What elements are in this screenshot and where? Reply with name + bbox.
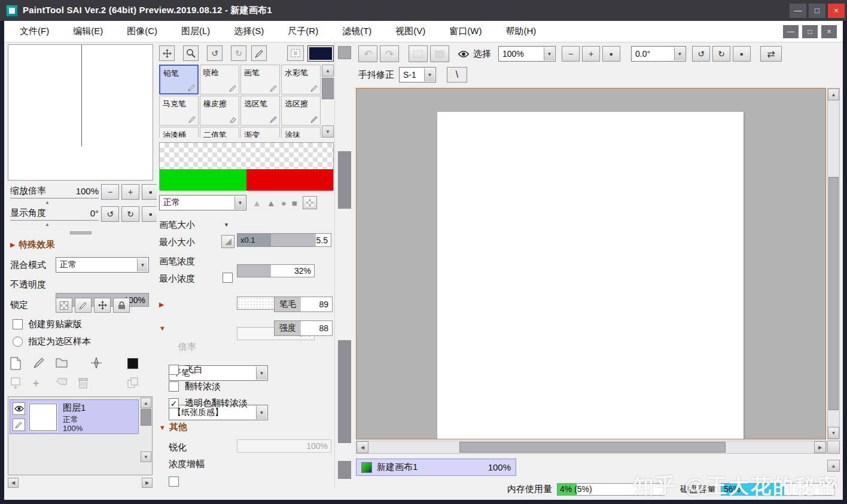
brush-edge-combo[interactable]: 正常 ▼ <box>159 195 246 210</box>
duplicate-layer-button[interactable] <box>127 377 138 390</box>
canvas-vscrollbar[interactable]: ▲ ▼ <box>827 88 840 439</box>
min-size-pressure-button[interactable] <box>221 235 234 248</box>
color-mixer[interactable] <box>159 142 334 190</box>
min-density-checkbox[interactable] <box>223 273 233 283</box>
transfer-down-button[interactable] <box>10 377 21 392</box>
canvas-tab[interactable]: 新建画布1 100% <box>356 459 516 476</box>
angle-slider-marker[interactable]: ▲ <box>45 222 50 227</box>
mixer-green-swatch[interactable] <box>160 169 246 191</box>
chevron-down-icon[interactable]: ▼ <box>674 47 685 60</box>
close-button[interactable]: × <box>828 4 845 18</box>
layer-scroll-down[interactable]: ▼ <box>141 451 151 462</box>
chevron-down-icon[interactable]: ▼ <box>256 406 267 419</box>
new-linework-layer-button[interactable] <box>33 357 45 371</box>
layer-thumbnail[interactable] <box>29 404 57 431</box>
menu-layer[interactable]: 图层(L) <box>173 22 218 41</box>
rotate-cw-button[interactable]: ↻ <box>121 206 139 222</box>
layer-scroll-thumb[interactable] <box>141 409 151 426</box>
view-zoom-in-button[interactable]: + <box>582 46 600 62</box>
mixer-transparent-area[interactable] <box>160 143 333 169</box>
selection-source-radio[interactable] <box>13 337 23 347</box>
tool-scroll-thumb[interactable] <box>322 78 334 99</box>
view-rotate-cw-button[interactable]: ↻ <box>712 46 730 62</box>
tool-binary-pen[interactable]: 二值笔 <box>200 127 239 138</box>
chevron-down-icon[interactable]: ▼ <box>256 366 267 380</box>
layer-hscroll-right[interactable]: ▶ <box>142 478 153 488</box>
lock-transparency-button[interactable] <box>56 298 72 313</box>
vscroll-up-button[interactable]: ▲ <box>828 88 839 100</box>
flip-shade-transparent-checkbox[interactable]: ✓ <box>169 398 179 408</box>
layer-hscroll-left[interactable]: ◀ <box>8 478 19 488</box>
undo-button[interactable]: ↶ <box>358 45 377 62</box>
layer-visibility-toggle[interactable] <box>13 402 25 415</box>
invert-selection-button[interactable] <box>430 45 449 62</box>
rotate-ccw-button[interactable]: ↺ <box>101 206 119 222</box>
shape-texture-button[interactable] <box>303 196 317 209</box>
pen-tool-button[interactable] <box>251 45 267 61</box>
flip-shade-option-row[interactable]: 翻转浓淡 <box>169 381 221 392</box>
redo-button[interactable]: ↷ <box>380 45 399 62</box>
menu-window[interactable]: 窗口(W) <box>441 22 490 41</box>
color-swatch-small[interactable] <box>127 358 138 369</box>
brush-size-dropdown-icon[interactable]: ▼ <box>224 222 229 228</box>
current-color-swatch[interactable] <box>307 45 334 62</box>
hscroll-right-button[interactable]: ▶ <box>814 441 826 453</box>
canvas-hscrollbar[interactable]: ◀ ▶ <box>356 441 827 454</box>
panel-scroll-thumb1[interactable] <box>338 151 351 209</box>
menu-edit[interactable]: 编辑(E) <box>65 22 111 41</box>
tool-blur[interactable]: 涂抹 <box>281 127 321 138</box>
texture-strength-widget[interactable]: 强度 88 <box>274 320 333 336</box>
stabilizer-combo[interactable]: S-1 ▼ <box>399 67 436 83</box>
tool-bucket[interactable]: 油漆桶 <box>159 127 199 138</box>
chevron-down-icon[interactable]: ▼ <box>234 196 245 209</box>
deselect-button[interactable] <box>409 45 428 62</box>
menu-ruler[interactable]: 尺子(R) <box>279 22 327 41</box>
frame-tool-button[interactable] <box>287 45 304 61</box>
panel-scroll-thumb2[interactable] <box>338 340 351 443</box>
panel-scroll-top-button[interactable] <box>338 46 351 59</box>
tool-marker[interactable]: 马克笔 <box>159 96 199 126</box>
tool-brush[interactable]: 画笔 <box>240 65 280 94</box>
menu-view[interactable]: 视图(V) <box>387 22 434 41</box>
other-section-header[interactable]: ▼ 其他 <box>159 421 187 433</box>
navigator-preview[interactable] <box>8 44 153 181</box>
shape-triangle2-icon[interactable]: ▲ <box>267 198 276 208</box>
view-angle-combo[interactable]: 0.0° ▼ <box>631 46 686 62</box>
menu-select[interactable]: 选择(S) <box>226 22 272 41</box>
tab-strip-button[interactable]: ▲ <box>827 460 840 472</box>
delete-layer-button[interactable] <box>78 377 88 391</box>
vscroll-down-button[interactable]: ▼ <box>828 427 839 439</box>
panel-scroll-bottom-button[interactable] <box>338 461 351 479</box>
special-effects-header[interactable]: ▶ 特殊效果 <box>10 239 54 251</box>
new-folder-button[interactable] <box>56 357 68 370</box>
merge-down-button[interactable]: + <box>33 377 39 390</box>
clipped-option-checkbox[interactable] <box>169 476 179 487</box>
doc-close-button[interactable]: × <box>821 25 837 38</box>
layer-row-selected[interactable]: 图层1 正常 100% <box>10 399 139 434</box>
blend-mode-combo[interactable]: 正常 ▼ <box>56 257 149 273</box>
tool-scroll-down[interactable]: ▼ <box>322 126 334 138</box>
lock-paint-button[interactable] <box>75 298 92 313</box>
menu-help[interactable]: 帮助(H) <box>497 22 544 41</box>
tool-gradient[interactable]: 渐变 <box>240 127 280 138</box>
tool-airbrush[interactable]: 喷枪 <box>200 65 239 94</box>
rotate-tool-button[interactable]: ↺ <box>207 45 223 61</box>
line-tool-button[interactable]: \ <box>447 67 467 83</box>
zoom-slider-marker[interactable]: ▲ <box>45 200 50 205</box>
transform-tool-button[interactable] <box>159 45 175 61</box>
flip-shade-transparent-option-row[interactable]: ✓ 透明色翻转浓淡 <box>169 398 248 409</box>
bristle-widget[interactable]: 笔毛 89 <box>274 297 333 312</box>
menu-file[interactable]: 文件(F) <box>11 22 57 41</box>
tool-watercolor[interactable]: 水彩笔 <box>281 65 321 94</box>
canvas[interactable] <box>437 112 744 439</box>
clipping-mask-row[interactable]: 创建剪贴蒙版 <box>13 319 82 330</box>
view-zoom-combo[interactable]: 100% ▼ <box>498 46 556 62</box>
panel-splitter[interactable] <box>8 231 153 234</box>
shape-square-icon[interactable]: ■ <box>292 198 297 208</box>
layer-paint-indicator[interactable] <box>13 419 25 431</box>
canvas-viewport[interactable] <box>356 88 826 439</box>
zoom-tool-button[interactable] <box>183 45 199 61</box>
chevron-down-icon[interactable]: ▼ <box>137 258 148 271</box>
scatter-option-row[interactable]: 飞白 <box>169 364 203 375</box>
scroll-corner-button[interactable] <box>827 441 840 454</box>
